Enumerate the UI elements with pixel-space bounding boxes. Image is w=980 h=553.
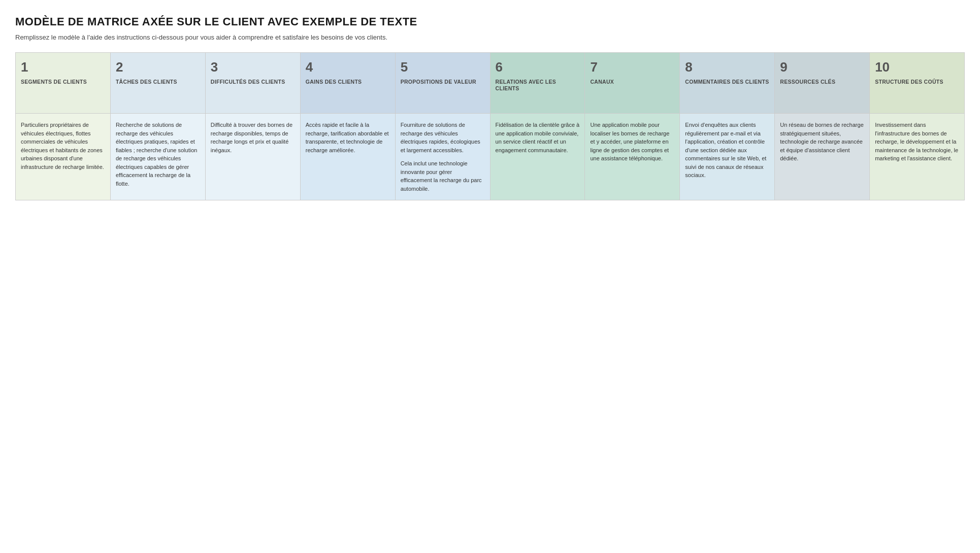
- column-4: 4GAINS DES CLIENTSAccès rapide et facile…: [301, 53, 396, 200]
- col-number-2: 2: [116, 60, 200, 75]
- col-header-1: 1SEGMENTS DE CLIENTS: [16, 53, 110, 114]
- page-title: MODÈLE DE MATRICE AXÉE SUR LE CLIENT AVE…: [15, 15, 965, 28]
- col-title-7: CANAUX: [590, 79, 674, 86]
- col-title-6: RELATIONS AVEC LES CLIENTS: [496, 79, 580, 92]
- col-number-1: 1: [21, 60, 105, 75]
- column-1: 1SEGMENTS DE CLIENTSParticuliers proprié…: [16, 53, 111, 200]
- column-2: 2TÂCHES DES CLIENTSRecherche de solution…: [111, 53, 206, 200]
- column-3: 3DIFFICULTÉS DES CLIENTSDifficulté à tro…: [206, 53, 301, 200]
- col-number-10: 10: [875, 60, 959, 75]
- column-7: 7CANAUXUne application mobile pour local…: [585, 53, 680, 200]
- col-header-9: 9RESSOURCES CLÉS: [775, 53, 869, 114]
- col-header-6: 6RELATIONS AVEC LES CLIENTS: [491, 53, 585, 114]
- col-number-5: 5: [401, 60, 485, 75]
- col-body-1: Particuliers propriétaires de véhicules …: [16, 114, 110, 200]
- col-header-2: 2TÂCHES DES CLIENTS: [111, 53, 205, 114]
- col-body-10: Investissement dans l'infrastructure des…: [870, 114, 964, 200]
- column-6: 6RELATIONS AVEC LES CLIENTSFidélisation …: [491, 53, 585, 200]
- col-number-4: 4: [306, 60, 390, 75]
- column-9: 9RESSOURCES CLÉSUn réseau de bornes de r…: [775, 53, 870, 200]
- col-title-10: STRUCTURE DES COÛTS: [875, 79, 959, 86]
- col-body-3: Difficulté à trouver des bornes de recha…: [206, 114, 300, 200]
- col-body-4: Accès rapide et facile à la recharge, ta…: [301, 114, 395, 200]
- col-body-9: Un réseau de bornes de recharge stratégi…: [775, 114, 869, 200]
- col-header-5: 5PROPOSITIONS DE VALEUR: [396, 53, 490, 114]
- col-title-4: GAINS DES CLIENTS: [306, 79, 390, 86]
- col-header-10: 10STRUCTURE DES COÛTS: [870, 53, 964, 114]
- col-body-6: Fidélisation de la clientèle grâce à une…: [491, 114, 585, 200]
- col-number-8: 8: [685, 60, 769, 75]
- col-body-8: Envoi d'enquêtes aux clients régulièreme…: [680, 114, 774, 200]
- col-number-3: 3: [211, 60, 295, 75]
- page-subtitle: Remplissez le modèle à l'aide des instru…: [15, 33, 965, 41]
- col-header-4: 4GAINS DES CLIENTS: [301, 53, 395, 114]
- col-title-1: SEGMENTS DE CLIENTS: [21, 79, 105, 86]
- col-header-3: 3DIFFICULTÉS DES CLIENTS: [206, 53, 300, 114]
- col-number-7: 7: [590, 60, 674, 75]
- matrix-table: 1SEGMENTS DE CLIENTSParticuliers proprié…: [15, 52, 965, 200]
- col-header-7: 7CANAUX: [585, 53, 679, 114]
- column-10: 10STRUCTURE DES COÛTSInvestissement dans…: [870, 53, 965, 200]
- col-body-2: Recherche de solutions de recharge des v…: [111, 114, 205, 200]
- col-title-5: PROPOSITIONS DE VALEUR: [401, 79, 485, 86]
- column-8: 8COMMENTAIRES DES CLIENTSEnvoi d'enquête…: [680, 53, 775, 200]
- col-title-2: TÂCHES DES CLIENTS: [116, 79, 200, 86]
- column-5: 5PROPOSITIONS DE VALEURFourniture de sol…: [396, 53, 491, 200]
- col-body-5: Fourniture de solutions de recharge des …: [396, 114, 490, 200]
- col-title-8: COMMENTAIRES DES CLIENTS: [685, 79, 769, 86]
- col-header-8: 8COMMENTAIRES DES CLIENTS: [680, 53, 774, 114]
- col-number-9: 9: [780, 60, 864, 75]
- col-body-7: Une application mobile pour localiser le…: [585, 114, 679, 200]
- col-title-3: DIFFICULTÉS DES CLIENTS: [211, 79, 295, 86]
- col-number-6: 6: [496, 60, 580, 75]
- col-title-9: RESSOURCES CLÉS: [780, 79, 864, 86]
